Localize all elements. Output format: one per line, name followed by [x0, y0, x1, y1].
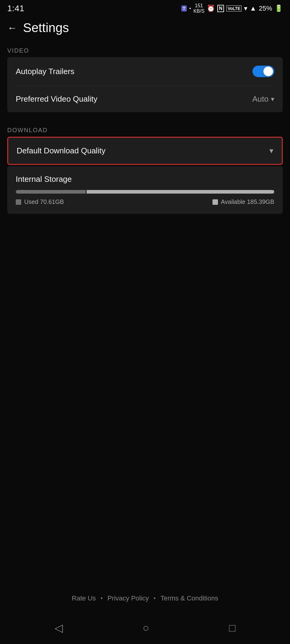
- status-icons: T • 151 KB/S ⏰ N VoLTE ▾ ▲ 25% 🔋: [181, 3, 283, 14]
- alarm-icon: ⏰: [207, 5, 215, 12]
- internal-storage-card: Internal Storage Used 70.61GB Available …: [7, 166, 283, 214]
- storage-bar: [16, 190, 274, 194]
- storage-legend: Used 70.61GB Available 185.39GB: [16, 198, 274, 205]
- preferred-video-quality-value: Auto: [252, 94, 269, 104]
- available-dot-icon: [213, 199, 218, 205]
- used-dot-icon: [16, 199, 21, 205]
- nav-bar: ◁ ○ □: [0, 617, 290, 644]
- header: ← Settings: [0, 16, 290, 42]
- storage-available-label: Available 185.39GB: [221, 198, 274, 205]
- toggle-track: [252, 66, 274, 77]
- preferred-video-quality-row[interactable]: Preferred Video Quality Auto ▾: [7, 86, 283, 112]
- autoplay-trailers-row[interactable]: Autoplay Trailers: [7, 57, 283, 86]
- network-speed: 151 KB/S: [193, 3, 204, 14]
- chevron-down-icon: ▾: [271, 95, 274, 103]
- download-quality-chevron-icon: ▾: [269, 146, 273, 155]
- storage-available-legend: Available 185.39GB: [213, 198, 274, 205]
- battery-icon: 🔋: [275, 5, 283, 12]
- content-spacer: [0, 224, 290, 585]
- autoplay-trailers-label: Autoplay Trailers: [16, 67, 74, 76]
- storage-used-label: Used 70.61GB: [24, 198, 64, 205]
- volte-icon: VoLTE: [226, 5, 242, 11]
- privacy-policy-link[interactable]: Privacy Policy: [107, 594, 149, 602]
- terms-and-conditions-link[interactable]: Terms & Conditions: [160, 594, 218, 602]
- video-settings-card: Autoplay Trailers Preferred Video Qualit…: [7, 57, 283, 112]
- battery-percent: 25%: [259, 5, 272, 12]
- nav-recents-button[interactable]: □: [229, 622, 236, 634]
- wifi-icon: ▾: [244, 5, 247, 12]
- dot-icon: •: [189, 6, 191, 11]
- footer-separator-1: •: [101, 595, 103, 602]
- storage-bar-used: [16, 190, 86, 194]
- default-download-quality-label: Default Download Quality: [17, 146, 105, 155]
- teams-icon: T: [181, 5, 187, 11]
- status-time: 1:41: [7, 4, 25, 13]
- footer-links: Rate Us • Privacy Policy • Terms & Condi…: [0, 585, 290, 617]
- default-download-quality-card[interactable]: Default Download Quality ▾: [7, 137, 283, 165]
- preferred-video-quality-dropdown[interactable]: Auto ▾: [252, 94, 275, 104]
- video-section-label: VIDEO: [0, 42, 290, 57]
- status-bar: 1:41 T • 151 KB/S ⏰ N VoLTE ▾ ▲ 25% 🔋: [0, 0, 290, 16]
- storage-bar-available: [87, 190, 274, 194]
- default-download-quality-row[interactable]: Default Download Quality ▾: [8, 138, 282, 164]
- preferred-video-quality-label: Preferred Video Quality: [16, 94, 97, 104]
- autoplay-trailers-toggle[interactable]: [252, 66, 274, 77]
- footer-separator-2: •: [154, 595, 156, 602]
- back-button[interactable]: ←: [7, 22, 17, 34]
- toggle-thumb: [263, 67, 273, 76]
- internal-storage-label: Internal Storage: [16, 175, 274, 184]
- nfc-icon: N: [217, 5, 224, 12]
- page-title: Settings: [23, 21, 69, 35]
- download-section-label: DOWNLOAD: [0, 122, 290, 137]
- signal-icon: ▲: [250, 5, 256, 12]
- rate-us-link[interactable]: Rate Us: [72, 594, 96, 602]
- storage-used-legend: Used 70.61GB: [16, 198, 64, 205]
- nav-home-button[interactable]: ○: [143, 622, 149, 634]
- nav-back-button[interactable]: ◁: [54, 622, 63, 634]
